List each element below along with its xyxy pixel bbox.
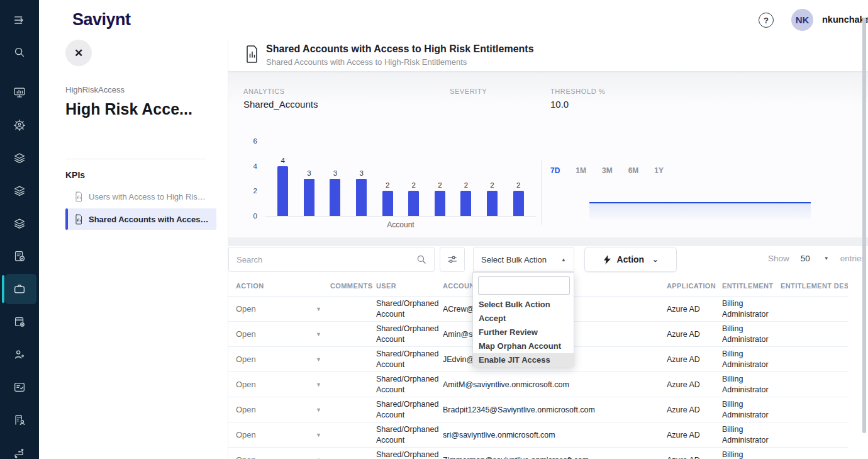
bar-9[interactable]: 2 [513, 181, 524, 216]
column-header-6[interactable]: ENTITLEMENT DESCRIPTION [781, 282, 848, 290]
box-gear-icon[interactable] [0, 308, 39, 336]
column-header-2[interactable]: USER [376, 282, 443, 290]
y-tick-label: 0 [228, 212, 257, 220]
bar-3[interactable]: 3 [356, 169, 367, 217]
column-header-0[interactable]: ACTION [236, 282, 330, 290]
y-tick-label: 2 [228, 187, 257, 195]
bar-value-label: 3 [359, 169, 363, 177]
layers-2-icon[interactable] [0, 177, 39, 205]
action-button[interactable]: Action ⌄ [584, 247, 677, 272]
bar-value-label: 2 [438, 181, 442, 189]
bar-rect [408, 191, 419, 216]
row-action-select[interactable]: Open▼ [236, 304, 330, 314]
row-action-select[interactable]: Open▼ [236, 329, 330, 339]
dashboard-icon[interactable] [0, 79, 39, 106]
kpi-item-1[interactable]: Shared Accounts with Acces… [65, 208, 216, 230]
user-link-icon[interactable] [0, 341, 39, 368]
cell-application: Azure AD [667, 431, 722, 439]
bar-rect [460, 191, 471, 216]
search-icon[interactable] [0, 38, 39, 66]
report-icon [74, 214, 84, 225]
bulk-option[interactable]: Select Bulk Action [473, 298, 574, 312]
help-icon[interactable]: ? [759, 13, 774, 28]
avatar[interactable]: NK [791, 9, 813, 31]
y-tick-label: 4 [228, 162, 257, 170]
bar-value-label: 2 [386, 181, 389, 189]
menu-expand-icon[interactable] [0, 6, 39, 34]
caret-down-icon: ▼ [316, 306, 321, 312]
bar-value-label: 4 [281, 157, 285, 164]
layers-1-icon[interactable] [0, 144, 39, 172]
briefcase-icon[interactable] [0, 275, 39, 303]
bar-6[interactable]: 2 [435, 181, 445, 216]
bulk-option[interactable]: Further Review [473, 326, 574, 339]
trend-line-chart [589, 202, 811, 219]
page-scrollbar[interactable] [862, 18, 866, 433]
cell-entitlement: Billing Administrator [722, 324, 781, 345]
range-tab-1y[interactable]: 1Y [654, 166, 664, 175]
column-header-4[interactable]: APPLICATION [667, 282, 722, 290]
cell-account: AmitM@saviyntlive.onmicrosoft.com [443, 380, 667, 389]
bar-value-label: 2 [490, 181, 494, 189]
bar-rect [330, 179, 340, 217]
bar-2[interactable]: 3 [330, 169, 340, 217]
cell-user: Shared/Orphaned Account [376, 298, 443, 320]
bar-0[interactable]: 4 [277, 157, 288, 216]
cell-entitlement: Billing Administrator [722, 298, 781, 320]
bar-5[interactable]: 2 [408, 181, 419, 216]
table-row: Open▼Shared/Orphaned AccountAmitM@saviyn… [228, 372, 848, 397]
search-box [228, 247, 435, 272]
layers-3-icon[interactable] [0, 210, 39, 237]
range-tab-6m[interactable]: 6M [628, 166, 639, 175]
row-action-select[interactable]: Open▼ [236, 405, 330, 414]
bulk-option[interactable]: Accept [473, 312, 574, 326]
cell-entitlement: Billing Administrator [722, 374, 781, 395]
nav-rail [0, 0, 39, 459]
kpi-item-0[interactable]: Users with Access to High Ris… [65, 186, 216, 207]
caret-down-icon: ▼ [316, 407, 321, 413]
org-user-icon[interactable] [0, 406, 39, 434]
bulk-action-select[interactable]: Select Bulk Action ▲ [473, 247, 574, 272]
cell-application: Azure AD [667, 405, 722, 414]
column-header-1[interactable]: COMMENTS [330, 282, 376, 290]
row-action-select[interactable]: Open▼ [236, 430, 330, 439]
row-action-select[interactable]: Open▼ [236, 354, 330, 364]
cell-account: sri@saviyntlive.onmicrosoft.com [443, 431, 667, 439]
column-header-5[interactable]: ENTITLEMENT [722, 282, 781, 290]
bar-value-label: 2 [464, 181, 468, 189]
document-check-icon[interactable] [0, 242, 39, 270]
workflow-path-icon[interactable] [0, 439, 39, 459]
row-action-select[interactable]: Open▼ [236, 455, 330, 459]
search-input[interactable] [229, 255, 416, 264]
range-tab-3m[interactable]: 3M [602, 166, 613, 175]
row-action-value: Open [236, 329, 256, 339]
bulk-option[interactable]: Map Orphan Account [473, 339, 574, 353]
range-tab-7d[interactable]: 7D [550, 166, 560, 175]
bulk-option[interactable]: Enable JIT Access [473, 353, 574, 367]
topbar: Saviynt ? NK nkunchakarra [39, 0, 868, 40]
cell-user: Shared/Orphaned Account [376, 424, 443, 446]
report-icon [245, 45, 260, 64]
row-action-select[interactable]: Open▼ [236, 380, 330, 389]
page-size-select[interactable]: 50 ▼ [796, 252, 834, 264]
bulk-filter-input[interactable] [478, 276, 570, 295]
bar-rect [277, 166, 288, 216]
analytics-section: ANALYTICS Shared_Accounts SEVERITY THRES… [228, 71, 868, 237]
filter-icon[interactable] [440, 247, 465, 272]
range-tab-1m[interactable]: 1M [576, 166, 586, 175]
severity-label: SEVERITY [450, 88, 487, 95]
card-check-icon[interactable] [0, 373, 39, 401]
bar-7[interactable]: 2 [460, 181, 471, 216]
cell-user: Shared/Orphaned Account [376, 450, 443, 459]
bar-1[interactable]: 3 [304, 169, 314, 217]
threshold-label: THRESHOLD % [550, 88, 605, 95]
bar-4[interactable]: 2 [382, 181, 393, 216]
bar-8[interactable]: 2 [487, 181, 498, 216]
table-row: Open▼Shared/Orphaned AccountZimmerman@sa… [228, 448, 848, 459]
report-header: Shared Accounts with Access to High Risk… [228, 40, 868, 71]
close-icon[interactable]: ✕ [65, 40, 92, 66]
admin-gear-icon[interactable] [0, 111, 39, 139]
kpi-label: Users with Access to High Ris… [89, 192, 206, 201]
analytics-value: Shared_Accounts [243, 99, 318, 110]
row-action-value: Open [236, 354, 256, 364]
